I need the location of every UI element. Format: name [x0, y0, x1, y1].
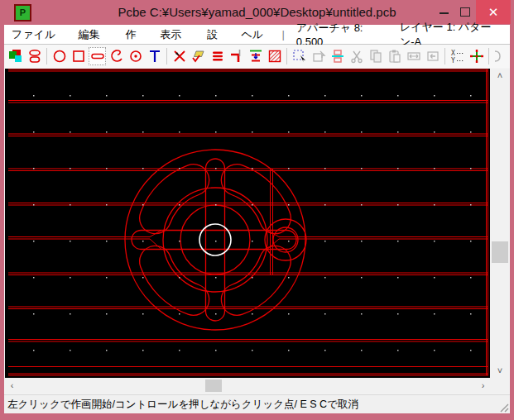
stretch-vertical-icon	[247, 48, 264, 64]
toolbar-separator	[442, 47, 448, 65]
draw-text-icon	[147, 48, 163, 64]
menu-item-0[interactable]: ファイル(F)	[4, 25, 71, 44]
minimize-icon	[440, 12, 449, 14]
draw-pad-icon	[127, 48, 144, 64]
statusbar: 左クリックで作画開始/コントロールを押しながらクリック点/ E S Cで取消	[4, 394, 510, 413]
draw-pad-tool-button[interactable]	[127, 47, 144, 65]
menu-item-3[interactable]: 表示(V)	[152, 25, 199, 44]
layer-colors-icon	[7, 48, 24, 64]
pcb-drawing	[5, 69, 490, 378]
undo-tool-button	[424, 47, 441, 65]
origin-cross-icon	[468, 48, 485, 64]
scrollbar-corner	[490, 378, 510, 394]
horizontal-scroll-thumb[interactable]	[205, 379, 222, 392]
stretch-vertical-tool-button[interactable]	[247, 47, 264, 65]
scroll-up-icon[interactable]: ˄	[490, 69, 510, 83]
move-selection-tool-button	[310, 47, 327, 65]
maximize-icon	[460, 7, 470, 17]
menu-item-2[interactable]: 作画	[118, 25, 152, 44]
paste-icon	[387, 48, 403, 64]
erase-icon	[190, 48, 207, 64]
align-pads-icon	[329, 48, 346, 64]
pad-stack-icon	[26, 48, 43, 64]
edge-partial-icon	[493, 48, 510, 64]
scroll-down-icon[interactable]: ˅	[490, 364, 510, 378]
move-point-icon	[171, 48, 188, 64]
fill-hatch-tool-button[interactable]	[266, 47, 283, 65]
pad-stack-tool-button[interactable]	[26, 47, 43, 65]
draw-circle-tool-button[interactable]	[50, 47, 68, 65]
erase-tool-button[interactable]	[190, 47, 207, 65]
pcbe-window: { "window": { "title": "Pcbe C:¥Users¥ya…	[0, 0, 514, 420]
toolbar-separator	[284, 47, 290, 65]
scroll-left-icon[interactable]: ‹	[5, 378, 19, 394]
fill-hatch-icon	[267, 48, 283, 64]
status-text: 左クリックで作画開始/コントロールを押しながらクリック点/ E S Cで取消	[7, 399, 358, 410]
scroll-right-icon[interactable]: ›	[476, 378, 490, 394]
multi-line-icon	[209, 48, 226, 64]
mirror-icon	[406, 48, 422, 64]
draw-text-tool-button[interactable]	[146, 47, 163, 65]
vertical-scroll-thumb[interactable]	[492, 241, 508, 263]
cut-icon	[348, 48, 365, 64]
xy-coords-icon: XY	[449, 48, 466, 64]
menu-item-4[interactable]: 設定	[199, 25, 233, 44]
svg-text:Y: Y	[451, 57, 455, 64]
select-area-icon	[291, 48, 308, 64]
undo-icon	[425, 48, 441, 64]
copy-tool-button	[367, 47, 384, 65]
align-pads-tool-button[interactable]	[329, 47, 346, 65]
draw-rect-icon	[70, 48, 87, 64]
cut-tool-button	[348, 47, 365, 65]
move-selection-icon	[310, 48, 327, 64]
mirror-tool-button	[405, 47, 422, 65]
layer-colors-tool-button[interactable]	[7, 47, 24, 65]
draw-circle-icon	[51, 48, 68, 64]
select-area-tool-button[interactable]	[291, 47, 308, 65]
draw-line-tool-button[interactable]	[89, 47, 106, 65]
horizontal-scrollbar[interactable]: ‹ ›	[5, 378, 490, 394]
window-content: ファイル(F)編集(E)作画表示(V)設定ヘルプ|アパーチャ 8: 0.500レ…	[4, 25, 510, 413]
draw-line-icon	[89, 48, 106, 64]
edge-partial-tool-button[interactable]	[492, 47, 510, 65]
bend-line-icon	[228, 48, 245, 64]
toolbar-separator	[44, 47, 50, 65]
draw-arc-tool-button[interactable]	[108, 47, 125, 65]
menu-item-1[interactable]: 編集(E)	[71, 25, 118, 44]
bend-line-tool-button[interactable]	[228, 47, 245, 65]
menubar: ファイル(F)編集(E)作画表示(V)設定ヘルプ|アパーチャ 8: 0.500レ…	[4, 25, 510, 45]
menu-divider: |	[278, 28, 287, 41]
multi-line-tool-button[interactable]	[209, 47, 226, 65]
origin-cross-tool-button[interactable]	[468, 47, 485, 65]
copy-icon	[367, 48, 384, 64]
toolbar-separator	[164, 47, 170, 65]
draw-arc-icon	[108, 48, 125, 64]
svg-text:X: X	[451, 50, 455, 57]
xy-coords-tool-button[interactable]: XY	[449, 47, 466, 65]
toolbar-separator	[486, 47, 492, 65]
menu-item-5[interactable]: ヘルプ	[234, 25, 279, 44]
move-point-tool-button[interactable]	[171, 47, 188, 65]
pcb-canvas[interactable]	[5, 69, 490, 378]
toolbar: XY	[4, 45, 510, 68]
vertical-scrollbar[interactable]: ˄ ˅	[490, 69, 510, 378]
paste-tool-button	[386, 47, 403, 65]
resize-grip-icon[interactable]	[499, 403, 509, 413]
draw-rect-tool-button[interactable]	[70, 47, 87, 65]
